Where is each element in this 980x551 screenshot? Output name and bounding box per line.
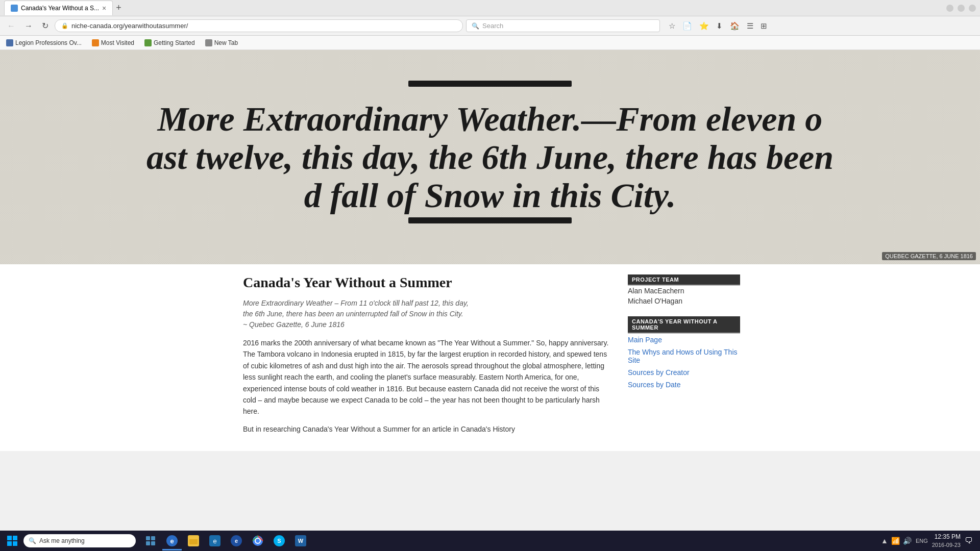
address-bar[interactable]: 🔒 niche-canada.org/yearwithoutasummer/ bbox=[55, 19, 463, 32]
hero-text-overlay: More Extraordinary Weather.—From eleven … bbox=[146, 100, 834, 214]
task-view-icon bbox=[145, 535, 156, 546]
sidebar: PROJECT TEAM Alan MacEachern Michael O'H… bbox=[623, 264, 745, 451]
svg-rect-2 bbox=[7, 541, 12, 546]
taskbar-time-display: 12:35 PM bbox=[932, 533, 961, 541]
bookmark-star-button[interactable]: ☆ bbox=[667, 20, 677, 32]
windows-logo-icon bbox=[7, 535, 18, 546]
bookmark-label: Legion Professions Ov... bbox=[15, 39, 82, 46]
bookmarks-bar: Legion Professions Ov... Most Visited Ge… bbox=[0, 36, 980, 50]
taskbar-date-display: 2016-09-23 bbox=[932, 541, 961, 549]
close-button[interactable] bbox=[969, 5, 976, 12]
refresh-button[interactable]: ↻ bbox=[39, 19, 52, 33]
taskbar-ie[interactable]: e bbox=[227, 531, 246, 550]
taskbar: 🔍 Ask me anything e e bbox=[0, 531, 980, 551]
hero-line1: More Extraordinary Weather.—From eleven … bbox=[146, 100, 834, 138]
team-member-2: Michael O'Hagan bbox=[628, 296, 740, 306]
new-tab-button[interactable]: + bbox=[113, 3, 125, 13]
system-tray: ▲ 📶 🔊 bbox=[881, 537, 912, 545]
taskbar-edge-2[interactable]: e bbox=[205, 531, 225, 550]
chrome-icon bbox=[252, 535, 263, 546]
taskbar-skype[interactable]: S bbox=[270, 531, 289, 550]
taskbar-app-icons: e e e S bbox=[141, 531, 310, 550]
bookmark-favicon bbox=[92, 39, 99, 46]
svg-point-10 bbox=[256, 539, 260, 543]
hero-decorative-line-top bbox=[408, 81, 572, 87]
taskbar-search-icon: 🔍 bbox=[29, 537, 36, 544]
article-content: Canada's Year Without a Summer More Extr… bbox=[235, 264, 623, 451]
svg-rect-7 bbox=[151, 541, 155, 545]
taskbar-app-7[interactable]: W bbox=[291, 531, 310, 550]
window-controls bbox=[946, 5, 976, 12]
download-button[interactable]: ⬇ bbox=[715, 20, 724, 32]
sidebar-link-by-date[interactable]: Sources by Date bbox=[628, 379, 740, 391]
lock-icon: 🔒 bbox=[61, 22, 68, 29]
bookmark-most-visited[interactable]: Most Visited bbox=[90, 38, 136, 47]
taskbar-chrome[interactable] bbox=[248, 531, 267, 550]
browser-navbar: ← → ↻ 🔒 niche-canada.org/yearwithoutasum… bbox=[0, 16, 980, 36]
taskbar-clock[interactable]: 12:35 PM 2016-09-23 bbox=[932, 533, 961, 549]
search-icon: 🔍 bbox=[472, 22, 479, 30]
svg-rect-4 bbox=[146, 536, 150, 540]
bookmark-getting-started[interactable]: Getting Started bbox=[142, 38, 197, 47]
search-placeholder: Search bbox=[482, 22, 503, 30]
svg-rect-0 bbox=[7, 536, 12, 540]
bookmark-label: Getting Started bbox=[154, 39, 195, 46]
tab-close-button[interactable]: × bbox=[102, 4, 106, 12]
taskbar-right: ▲ 📶 🔊 ENG 12:35 PM 2016-09-23 🗨 bbox=[881, 533, 977, 549]
sidebar-link-by-creator[interactable]: Sources by Creator bbox=[628, 366, 740, 379]
bookmark-label: Most Visited bbox=[101, 39, 134, 46]
tray-volume-icon: 🔊 bbox=[903, 537, 912, 545]
quote-line2: the 6th June, there has been an uninterr… bbox=[243, 309, 612, 319]
extensions-button[interactable]: ⊞ bbox=[759, 20, 769, 32]
taskbar-edge-browser[interactable]: e bbox=[162, 531, 182, 550]
quote-line1: More Extraordinary Weather – From 11 o'c… bbox=[243, 298, 612, 309]
bookmark-favicon bbox=[6, 39, 13, 46]
taskbar-search[interactable]: 🔍 Ask me anything bbox=[23, 534, 136, 547]
taskbar-file-explorer[interactable] bbox=[184, 531, 203, 550]
reading-view-button[interactable]: 📄 bbox=[681, 20, 694, 32]
browser-titlebar: Canada's Year Without a S... × + bbox=[0, 0, 980, 16]
svg-rect-5 bbox=[151, 536, 155, 540]
hero-caption: QUEBEC GAZETTE, 6 JUNE 1816 bbox=[882, 252, 976, 260]
search-bar[interactable]: 🔍 Search bbox=[466, 19, 660, 32]
home-button[interactable]: 🏠 bbox=[728, 20, 741, 32]
taskbar-task-view[interactable] bbox=[141, 531, 160, 550]
start-button[interactable] bbox=[3, 533, 21, 549]
minimize-button[interactable] bbox=[946, 5, 953, 12]
bookmark-legion[interactable]: Legion Professions Ov... bbox=[4, 38, 84, 47]
forward-button[interactable]: → bbox=[21, 19, 36, 33]
sidebar-site-links: CANADA'S YEAR WITHOUT A SUMMER Main Page… bbox=[628, 316, 740, 391]
article-body-1: 2016 marks the 200th anniversary of what… bbox=[243, 337, 612, 417]
quote-attr: ~ Quebec Gazette, 6 June 1816 bbox=[243, 319, 612, 330]
bookmark-new-tab[interactable]: New Tab bbox=[203, 38, 240, 47]
tray-network-icon: 📶 bbox=[891, 537, 900, 545]
sidebar-link-whys[interactable]: The Whys and Hows of Using This Site bbox=[628, 346, 740, 366]
sidebar-heading-label: PROJECT TEAM bbox=[632, 277, 679, 283]
taskbar-search-text: Ask me anything bbox=[39, 537, 85, 544]
sidebar-heading-site: CANADA'S YEAR WITHOUT A SUMMER bbox=[628, 316, 740, 334]
team-member-1: Alan MacEachern bbox=[628, 286, 740, 296]
article-quote: More Extraordinary Weather – From 11 o'c… bbox=[243, 298, 612, 330]
back-button[interactable]: ← bbox=[4, 19, 18, 33]
sidebar-link-main[interactable]: Main Page bbox=[628, 334, 740, 346]
taskbar-lang: ENG bbox=[916, 538, 928, 544]
svg-rect-6 bbox=[146, 541, 150, 545]
taskbar-notification[interactable]: 🗨 bbox=[965, 536, 973, 545]
article-title: Canada's Year Without a Summer bbox=[243, 274, 612, 291]
address-text: niche-canada.org/yearwithoutasummer/ bbox=[71, 22, 188, 30]
active-tab[interactable]: Canada's Year Without a S... × bbox=[4, 1, 113, 15]
sidebar-heading-project-team: PROJECT TEAM bbox=[628, 274, 740, 286]
tray-arrow[interactable]: ▲ bbox=[881, 537, 888, 545]
content-row: Canada's Year Without a Summer More Extr… bbox=[0, 264, 980, 451]
tab-favicon bbox=[11, 5, 18, 12]
bookmark-favicon bbox=[205, 39, 212, 46]
menu-button[interactable]: ☰ bbox=[745, 20, 755, 32]
favorites-button[interactable]: ⭐ bbox=[698, 20, 710, 32]
sidebar-site-label: CANADA'S YEAR WITHOUT A SUMMER bbox=[632, 318, 736, 331]
maximize-button[interactable] bbox=[958, 5, 965, 12]
svg-rect-1 bbox=[13, 536, 17, 540]
hero-line3: d fall of Snow in this City. bbox=[146, 176, 834, 214]
bookmark-favicon bbox=[144, 39, 152, 46]
folder-icon bbox=[189, 537, 198, 544]
active-indicator bbox=[162, 549, 182, 550]
